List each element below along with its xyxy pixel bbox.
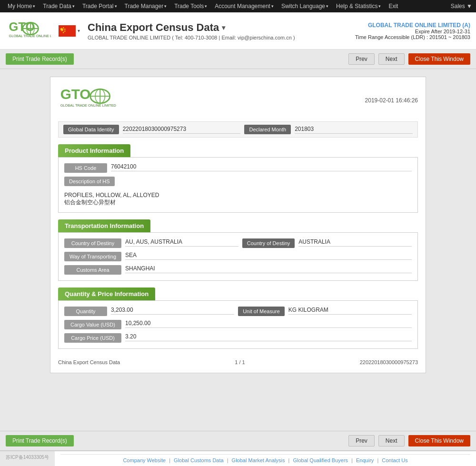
close-button-bottom[interactable]: Close This Window	[408, 435, 470, 446]
prev-button-bottom[interactable]: Prev	[348, 435, 375, 446]
print-button-top[interactable]: Print Trade Record(s)	[6, 53, 74, 65]
country-dest-row: Country of Destiny AU, AUS, AUSTRALIA Co…	[64, 238, 412, 248]
product-section-body: HS Code 76042100 Description of HS PROFI…	[58, 157, 418, 213]
record-gto-logo-svg: GTO GLOBAL TRADE ONLINE LIMITED	[58, 85, 120, 116]
unit-label: Unit of Measure	[238, 307, 285, 316]
svg-text:GTO: GTO	[60, 86, 91, 102]
bottom-toolbar-right: Prev Next Close This Window	[348, 435, 470, 446]
next-button-top[interactable]: Next	[378, 53, 405, 65]
header-bar: GTO GLOBAL TRADE ONLINE LIMITED ★ ★ ★ ★ …	[0, 12, 476, 50]
country-dest2-value: AUSTRALIA	[298, 238, 412, 247]
top-toolbar: Print Trade Record(s) Prev Next Close Th…	[0, 50, 476, 69]
cargo-price-value: 3.20	[125, 333, 412, 341]
print-button-bottom[interactable]: Print Trade Record(s)	[6, 435, 74, 446]
nav-account-management[interactable]: Account Management ▾	[211, 0, 278, 12]
next-button-bottom[interactable]: Next	[378, 435, 405, 446]
bottom-toolbar: Print Trade Record(s) Prev Next Close Th…	[0, 431, 476, 451]
transport-section-header: Transportation Information	[58, 219, 150, 232]
hs-code-label: HS Code	[64, 163, 107, 173]
expire-date: Expire After 2019-12-31	[355, 29, 470, 34]
record-header: GTO GLOBAL TRADE ONLINE LIMITED 2019-02-…	[58, 85, 418, 116]
product-section: Product Information HS Code 76042100 Des…	[58, 144, 418, 213]
quantity-value: 3,203.00	[111, 307, 234, 315]
link-global-customs[interactable]: Global Customs Data	[174, 457, 224, 463]
nav-sales[interactable]: Sales ▼	[451, 3, 472, 10]
divider-4: |	[351, 457, 353, 463]
desc-hs-value-row: PROFILES, HOLLOW, AL, ALLOYED 铝合金制空心异型材	[64, 190, 412, 207]
transportation-section: Transportation Information Country of De…	[58, 219, 418, 281]
card-footer: China Export Census Data 1 / 1 220220180…	[58, 356, 418, 365]
divider-3: |	[288, 457, 290, 463]
link-enquiry[interactable]: Enquiry	[356, 457, 374, 463]
footer-center: 1 / 1	[235, 359, 245, 365]
header-center: China Export Census Data ▾ GLOBAL TRADE …	[80, 21, 355, 40]
flag-area: ★ ★ ★ ★ ★ ▾	[59, 25, 80, 37]
customs-area-value: SHANGHAI	[125, 265, 412, 273]
way-transport-label: Way of Transporting	[64, 252, 121, 261]
prev-button-top[interactable]: Prev	[348, 53, 375, 65]
icp-number: 苏ICP备14033305号	[0, 451, 55, 464]
divider-1: |	[169, 457, 170, 463]
nav-trade-data[interactable]: Trade Data ▾	[39, 0, 79, 12]
way-transport-row: Way of Transporting SEA	[64, 252, 412, 261]
toolbar-left: Print Trade Record(s)	[6, 53, 74, 65]
link-company-website[interactable]: Company Website	[123, 457, 166, 463]
way-transport-value: SEA	[125, 252, 412, 260]
record-logo: GTO GLOBAL TRADE ONLINE LIMITED	[58, 85, 120, 116]
customs-area-label: Customs Area	[64, 265, 121, 275]
desc-hs-cn: 铝合金制空心异型材	[64, 198, 159, 207]
nav-trade-tools[interactable]: Trade Tools ▾	[170, 0, 211, 12]
company-name: GLOBAL TRADE ONLINE LIMITED (A)	[355, 22, 470, 29]
bottom-toolbar-left: Print Trade Record(s)	[6, 435, 74, 446]
quantity-section-body: Quantity 3,203.00 Unit of Measure KG KIL…	[58, 300, 418, 349]
nav-help-statistics[interactable]: Help & Statistics ▾	[332, 0, 385, 12]
main-content: GTO GLOBAL TRADE ONLINE LIMITED 2019-02-…	[0, 69, 476, 431]
hs-code-row: HS Code 76042100	[64, 163, 412, 173]
unit-value: KG KILOGRAM	[288, 307, 412, 315]
country-dest-label: Country of Destiny	[64, 238, 121, 248]
declared-month-label: Declared Month	[244, 125, 291, 134]
close-button-top[interactable]: Close This Window	[408, 53, 470, 65]
cargo-value-value: 10,250.00	[125, 320, 412, 328]
link-global-market[interactable]: Global Market Analysis	[232, 457, 285, 463]
nav-trade-manager[interactable]: Trade Manager ▾	[121, 0, 171, 12]
footer-links: Company Website | Global Customs Data | …	[60, 454, 470, 466]
global-data-identity-value: 22022018030000975273	[123, 126, 241, 134]
nav-my-home[interactable]: My Home ▾	[4, 0, 39, 12]
country-dest-value: AU, AUS, AUSTRALIA	[125, 238, 238, 247]
link-contact-us[interactable]: Contact Us	[382, 457, 407, 463]
ldr-range: Time Range Accessible (LDR) : 201501 ~ 2…	[355, 34, 470, 40]
global-data-identity-label: Global Data Identity	[63, 125, 119, 134]
page-title: China Export Census Data ▾	[88, 21, 355, 34]
declared-month-value: 201803	[295, 126, 413, 134]
svg-text:GLOBAL TRADE ONLINE LIMITED: GLOBAL TRADE ONLINE LIMITED	[60, 103, 116, 108]
quantity-label: Quantity	[64, 307, 107, 316]
nav-exit[interactable]: Exit	[385, 0, 402, 12]
link-global-buyers[interactable]: Global Qualified Buyers	[293, 457, 348, 463]
footer-right: 22022018030000975273	[360, 359, 418, 365]
nav-trade-portal[interactable]: Trade Portal ▾	[79, 0, 121, 12]
logo-area: GTO GLOBAL TRADE ONLINE LIMITED	[6, 19, 51, 43]
page-footer: 苏ICP备14033305号 Company Website | Global …	[0, 451, 476, 466]
footer-bottom-right: Company Website | Global Customs Data | …	[55, 451, 476, 466]
record-datetime: 2019-02-01 16:46:26	[365, 97, 418, 104]
quantity-section: Quantity & Price Information Quantity 3,…	[58, 288, 418, 349]
gto-logo: GTO GLOBAL TRADE ONLINE LIMITED	[6, 19, 51, 43]
desc-hs-label: Description of HS	[64, 177, 115, 186]
customs-area-row: Customs Area SHANGHAI	[64, 265, 412, 275]
cargo-price-row: Cargo Price (USD) 3.20	[64, 333, 412, 343]
nav-switch-language[interactable]: Switch Language ▾	[278, 0, 332, 12]
toolbar-right: Prev Next Close This Window	[348, 53, 470, 65]
header-subtitle: GLOBAL TRADE ONLINE LIMITED ( Tel: 400-7…	[88, 35, 355, 40]
nav-items: My Home ▾ Trade Data ▾ Trade Portal ▾ Tr…	[4, 0, 402, 12]
cargo-price-label: Cargo Price (USD)	[64, 333, 121, 343]
transport-section-body: Country of Destiny AU, AUS, AUSTRALIA Co…	[58, 232, 418, 281]
footer-left: China Export Census Data	[58, 359, 120, 365]
cargo-value-label: Cargo Value (USD)	[64, 320, 121, 329]
divider-5: |	[377, 457, 378, 463]
top-navigation: My Home ▾ Trade Data ▾ Trade Portal ▾ Tr…	[0, 0, 476, 12]
identity-row: Global Data Identity 2202201803000097527…	[58, 121, 418, 138]
china-flag: ★ ★ ★ ★ ★	[59, 25, 76, 37]
quantity-row: Quantity 3,203.00 Unit of Measure KG KIL…	[64, 307, 412, 316]
title-arrow[interactable]: ▾	[222, 24, 225, 31]
